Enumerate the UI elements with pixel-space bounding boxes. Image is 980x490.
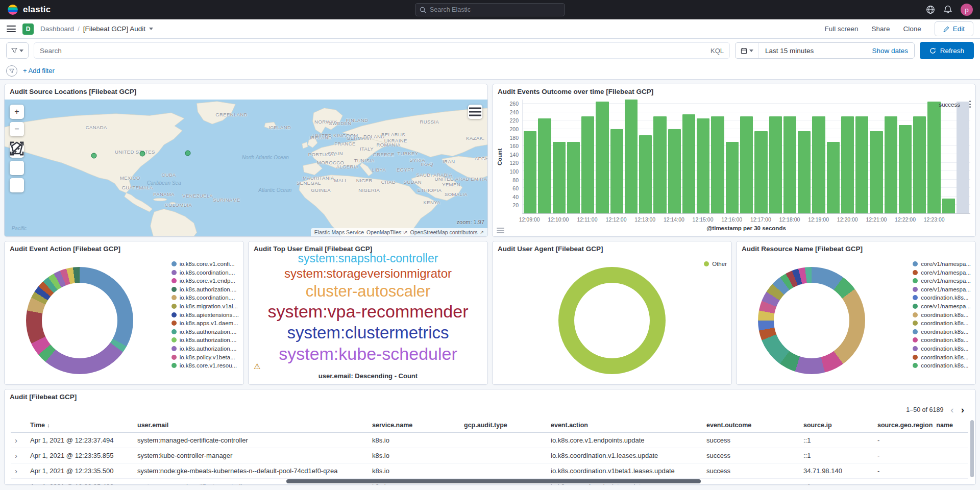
filter-menu-button[interactable] (6, 65, 17, 77)
histogram-bar[interactable] (668, 129, 681, 213)
chevron-down-icon[interactable] (149, 28, 153, 30)
histogram-bar[interactable] (581, 116, 594, 213)
menu-icon[interactable] (7, 26, 16, 32)
histogram-bar[interactable] (942, 199, 955, 213)
event-action-donut[interactable] (26, 267, 133, 374)
panel-title[interactable]: Audit [Filebeat GCP] (5, 389, 975, 404)
horizontal-scrollbar[interactable] (286, 479, 701, 483)
global-search[interactable] (415, 3, 565, 16)
column-header[interactable]: service.name (368, 418, 460, 433)
histogram-bar[interactable] (567, 142, 580, 213)
attribution-osm[interactable]: OpenStreetMap contributors (410, 229, 478, 235)
audit-table[interactable]: Time↓user.emailservice.namegcp.audit.typ… (11, 418, 968, 484)
tag-cloud-term[interactable]: system:clustermetrics (287, 323, 449, 342)
legend-item[interactable]: io.k8s.policy.v1beta... (172, 354, 239, 360)
legend-item[interactable]: io.k8s.authorization.... (172, 286, 239, 292)
histogram-bar[interactable] (870, 131, 883, 213)
legend-item[interactable]: io.k8s.core.v1.confi... (172, 261, 239, 267)
map-draw-button[interactable] (10, 178, 24, 192)
legend-toggle-icon[interactable] (497, 228, 504, 233)
legend-item[interactable]: io.k8s.apps.v1.daem... (172, 320, 239, 326)
histogram-bar[interactable] (726, 142, 739, 213)
panel-options-icon[interactable] (969, 101, 971, 108)
legend-item[interactable]: io.k8s.authorization.... (172, 329, 239, 335)
histogram-bar[interactable] (639, 135, 652, 213)
legend-item[interactable]: core/v1/namespa... (913, 286, 971, 292)
legend-item[interactable]: io.k8s.core.v1.resou... (172, 362, 239, 369)
legend-item[interactable]: coordination.k8s... (913, 295, 971, 301)
legend-label[interactable]: success (939, 102, 960, 108)
partial-bucket-bar[interactable] (957, 102, 969, 213)
resource-name-donut[interactable] (758, 267, 865, 374)
legend-item[interactable]: coordination.k8s... (913, 362, 971, 369)
histogram-bar[interactable] (798, 131, 811, 213)
legend-item[interactable]: coordination.k8s... (913, 320, 971, 326)
histogram-bar[interactable] (913, 116, 926, 213)
user-agent-donut[interactable] (558, 267, 666, 374)
clone-button[interactable]: Clone (903, 25, 921, 33)
user-avatar[interactable]: p (961, 4, 973, 16)
vertical-scrollbar[interactable] (970, 420, 974, 477)
calendar-menu-button[interactable] (736, 43, 759, 58)
histogram-bar[interactable] (783, 116, 796, 213)
panel-title[interactable]: Audit Event Action [Filebeat GCP] (5, 241, 243, 256)
world-map[interactable]: CANADAUNITED STATESMEXICOCUBAGUATEMALAPA… (5, 100, 487, 236)
time-range-value[interactable]: Last 15 minutes (759, 47, 820, 55)
histogram-bar[interactable] (740, 116, 753, 213)
share-button[interactable]: Share (871, 25, 890, 33)
warning-icon[interactable]: ⚠ (254, 362, 260, 371)
full-screen-button[interactable]: Full screen (824, 25, 858, 33)
histogram-bar[interactable] (885, 116, 897, 213)
legend-item[interactable]: coordination.k8s... (913, 346, 971, 352)
histogram-bar[interactable] (812, 116, 825, 213)
panel-title[interactable]: Audit Events Outcome over time [Filebeat… (493, 84, 975, 99)
map-point-marker[interactable] (185, 150, 191, 156)
panel-title[interactable]: Audit Resource Name [Filebeat GCP] (737, 241, 975, 256)
legend-item[interactable]: io.k8s.coordination.... (172, 270, 239, 276)
add-filter-button[interactable]: + Add filter (23, 67, 55, 75)
histogram-bar[interactable] (553, 142, 566, 213)
tag-cloud-term[interactable]: system:storageversionmigrator (284, 266, 452, 281)
histogram-bar[interactable] (841, 116, 854, 213)
histogram-bar[interactable] (625, 100, 638, 213)
panel-title[interactable]: Audit User Agent [Filebeat GCP] (493, 241, 731, 256)
legend-item[interactable]: coordination.k8s... (913, 329, 971, 335)
column-header[interactable]: event.action (547, 418, 702, 433)
map-layers-toggle-button[interactable] (468, 105, 482, 119)
expand-row-icon[interactable]: › (11, 479, 26, 485)
histogram-bar[interactable] (524, 131, 536, 213)
next-page-icon[interactable]: › (961, 405, 964, 414)
histogram-bar[interactable] (697, 118, 709, 213)
help-icon[interactable] (926, 5, 935, 14)
histogram-chart[interactable]: Count 2040608010012014016018020022024026… (496, 100, 970, 234)
tag-cloud-term[interactable]: system:kube-scheduler (279, 344, 457, 364)
legend-item[interactable]: io.k8s.core.v1.endp... (172, 278, 239, 284)
query-input-wrap[interactable]: KQL (34, 42, 730, 59)
show-dates-button[interactable]: Show dates (872, 47, 914, 55)
histogram-bar[interactable] (596, 102, 608, 213)
legend-item[interactable]: io.k8s.authorization.... (172, 346, 239, 352)
histogram-bar[interactable] (855, 116, 868, 213)
histogram-bar[interactable] (653, 116, 666, 213)
edit-button[interactable]: Edit (935, 21, 973, 36)
alerts-icon[interactable] (943, 5, 952, 14)
column-header[interactable]: event.outcome (702, 418, 799, 433)
legend-item[interactable]: core/v1/namespa... (913, 270, 971, 276)
column-header[interactable]: user.email (133, 418, 368, 433)
elastic-logo[interactable] (7, 4, 18, 15)
expand-row-icon[interactable]: › (11, 448, 26, 463)
legend-item[interactable]: io.k8s.authorization.... (172, 337, 239, 343)
histogram-bar[interactable] (711, 116, 724, 213)
legend-item[interactable]: coordination.k8s... (913, 354, 971, 360)
expand-row-icon[interactable]: › (11, 433, 26, 448)
map-point-marker[interactable] (91, 153, 97, 158)
refresh-button[interactable]: Refresh (920, 42, 974, 59)
global-search-input[interactable] (430, 6, 560, 13)
histogram-plot[interactable] (522, 100, 970, 214)
histogram-bar[interactable] (827, 142, 840, 213)
map-point-marker[interactable] (139, 151, 145, 156)
histogram-bar[interactable] (927, 102, 940, 213)
kql-toggle[interactable]: KQL (710, 47, 724, 55)
legend-item[interactable]: io.k8s.coordination.... (172, 295, 239, 301)
column-header[interactable]: Time↓ (26, 418, 133, 433)
